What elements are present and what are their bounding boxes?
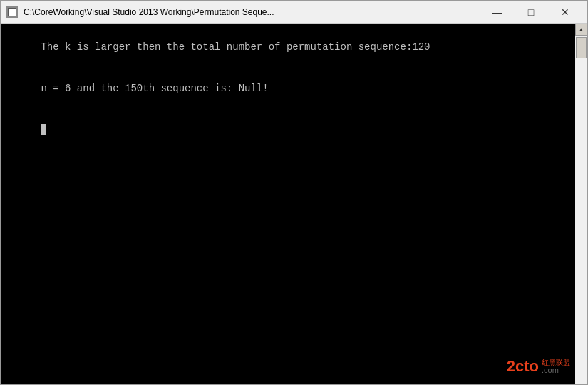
title-bar-buttons: — □ ✕ (480, 4, 582, 21)
console-output: The k is larger then the total number of… (1, 24, 575, 384)
console-line-2: n = 6 and the 150th sequence is: Null! (41, 83, 268, 94)
watermark-cn-text: 红黑联盟 (542, 359, 570, 366)
scrollbar-up-button[interactable]: ▲ (575, 24, 587, 36)
console-cursor (41, 124, 46, 135)
title-bar: C:\CoreWorking\Visual Studio 2013 Workin… (1, 1, 587, 24)
watermark-com-text: .com (542, 366, 570, 374)
scrollbar[interactable]: ▲ (575, 24, 587, 384)
watermark: 2cto 红黑联盟 .com (507, 357, 570, 376)
close-button[interactable]: ✕ (549, 4, 582, 21)
minimize-button[interactable]: — (480, 4, 513, 21)
window-icon (6, 6, 18, 18)
console-area: The k is larger then the total number of… (1, 24, 587, 384)
maximize-button[interactable]: □ (515, 4, 547, 21)
console-line-1: The k is larger then the total number of… (41, 41, 430, 53)
watermark-logo: 2cto (507, 357, 539, 376)
title-bar-text: C:\CoreWorking\Visual Studio 2013 Workin… (24, 7, 475, 17)
watermark-text: 红黑联盟 .com (542, 359, 570, 374)
window: C:\CoreWorking\Visual Studio 2013 Workin… (0, 0, 588, 385)
scrollbar-thumb[interactable] (576, 37, 587, 58)
